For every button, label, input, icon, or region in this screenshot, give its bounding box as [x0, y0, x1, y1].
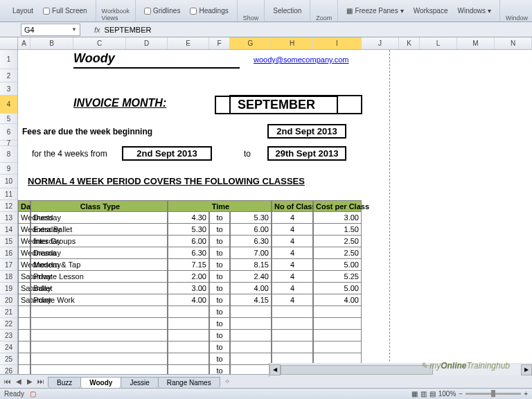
period-to-label: to — [244, 149, 251, 159]
name-box[interactable]: G4▼ — [21, 24, 80, 36]
formula-input[interactable]: SEPTEMBER — [105, 26, 152, 34]
col-header-F[interactable]: F — [209, 37, 230, 49]
row-header-11[interactable]: 11 — [0, 188, 17, 200]
view-layout-icon[interactable]: ▥ — [420, 390, 427, 398]
sheet-tab-range-names[interactable]: Range Names — [158, 377, 220, 388]
invoice-month-label: INVOICE MONTH: — [73, 97, 166, 109]
company-title: Woody — [73, 51, 240, 69]
scroll-thumb[interactable] — [281, 365, 433, 375]
table-row: WednesdayExtra Ballet5.30to6.0041.50 — [18, 224, 532, 236]
row-header-8[interactable]: 8 — [0, 146, 17, 163]
sheet-tab-jessie[interactable]: Jessie — [121, 377, 158, 388]
fullscreen-checkbox[interactable]: Full Screen — [40, 6, 90, 15]
col-header-J[interactable]: J — [362, 37, 399, 49]
class-table-header: DayClass TypeTimeNo of ClassesCost per C… — [18, 200, 532, 212]
table-row: WednesdayModern & Tap7.15to8.1545.00 — [18, 259, 532, 271]
col-header-K[interactable]: K — [399, 37, 420, 49]
email-link[interactable]: woody@somecompany.com — [254, 55, 349, 64]
col-header-A[interactable]: A — [18, 37, 30, 49]
zoom-out-button[interactable]: − — [459, 390, 463, 398]
headings-checkbox[interactable]: Headings — [187, 6, 231, 15]
col-header-D[interactable]: D — [126, 37, 168, 49]
table-header-day: Day — [18, 200, 30, 212]
gridlines-checkbox[interactable]: Gridlines — [141, 6, 183, 15]
freeze-panes-button[interactable]: ▦ Freeze Panes ▾ — [344, 6, 406, 15]
row-header-4[interactable]: 4 — [0, 96, 17, 114]
record-macro-icon[interactable]: ▢ — [30, 390, 36, 398]
table-row: SaturdayPointe Work4.00to4.1544.00 — [18, 294, 532, 306]
col-header-C[interactable]: C — [73, 37, 126, 49]
col-header-M[interactable]: M — [457, 37, 495, 49]
tab-nav-prev[interactable]: ◀ — [14, 378, 24, 385]
view-break-icon[interactable]: ▤ — [429, 390, 436, 398]
spreadsheet-grid[interactable]: ABCDEFGHIJKLMN 1234567891011121314151617… — [0, 37, 532, 375]
col-header-B[interactable]: B — [30, 37, 73, 49]
table-row: WednesdayDrama6.30to7.0042.50 — [18, 247, 532, 259]
row-header-19[interactable]: 19 — [0, 283, 17, 294]
row-header-14[interactable]: 14 — [0, 224, 17, 236]
row-header-7[interactable]: 7 — [0, 141, 17, 146]
status-text: Ready — [4, 390, 24, 398]
col-header-N[interactable]: N — [495, 37, 532, 49]
windows-button[interactable]: Windows ▾ — [454, 6, 494, 15]
col-header-H[interactable]: H — [272, 37, 313, 49]
cells-area[interactable]: Woody woody@somecompany.com INVOICE MONT… — [18, 50, 532, 375]
table-row: WednesdayDuets4.30to5.3043.00 — [18, 212, 532, 224]
table-row: SaturdayBallet3.00to4.0045.00 — [18, 283, 532, 294]
col-header-I[interactable]: I — [313, 37, 362, 49]
sheet-tab-buzz[interactable]: Buzz — [48, 377, 81, 388]
group-label-views: Workbook Views — [102, 8, 130, 21]
workspace-button[interactable]: Workspace — [411, 6, 451, 15]
select-all-corner[interactable] — [0, 37, 18, 49]
table-header-type: Class Type — [30, 200, 168, 212]
row-header-17[interactable]: 17 — [0, 259, 17, 271]
new-sheet-icon[interactable]: ✧ — [224, 378, 230, 385]
row-header-6[interactable]: 6 — [0, 124, 17, 141]
row-header-23[interactable]: 23 — [0, 330, 17, 342]
row-header-1[interactable]: 1 — [0, 50, 17, 69]
row-header-25[interactable]: 25 — [0, 353, 17, 365]
period-to-date: 29th Sept 2013 — [267, 146, 346, 161]
table-header-num: No of Classes — [272, 200, 313, 212]
view-normal-icon[interactable]: ▦ — [411, 390, 418, 398]
tab-nav-last[interactable]: ⏭ — [36, 378, 46, 385]
sheet-tab-woody[interactable]: Woody — [80, 377, 121, 388]
row-headers: 1234567891011121314151617181920212223242… — [0, 50, 18, 375]
row-header-15[interactable]: 15 — [0, 236, 17, 247]
fx-icon[interactable]: fx — [94, 26, 100, 34]
row-header-20[interactable]: 20 — [0, 294, 17, 306]
col-header-E[interactable]: E — [168, 37, 209, 49]
layout-button[interactable]: Layout — [10, 6, 36, 15]
tab-nav-next[interactable]: ▶ — [25, 378, 35, 385]
page-break-line — [389, 50, 390, 375]
fees-due-label: Fees are due the week beginning — [22, 127, 152, 136]
row-header-9[interactable]: 9 — [0, 163, 17, 175]
row-header-5[interactable]: 5 — [0, 114, 17, 124]
tab-nav-first[interactable]: ⏮ — [3, 378, 12, 385]
scroll-right-button[interactable]: ▶ — [521, 364, 532, 375]
group-label-window: Window — [506, 15, 528, 21]
column-headers: ABCDEFGHIJKLMN — [0, 37, 532, 50]
tab-nav: ⏮ ◀ ▶ ⏭ — [0, 378, 48, 385]
row-header-16[interactable]: 16 — [0, 247, 17, 259]
table-row: SaturdayPrivate Lesson2.00to2.4045.25 — [18, 271, 532, 283]
period-prefix: for the 4 weeks from — [32, 149, 107, 159]
row-header-21[interactable]: 21 — [0, 306, 17, 318]
status-bar: Ready ▢ ▦ ▥ ▤ 100% − + — [0, 388, 532, 399]
row-header-10[interactable]: 10 — [0, 175, 17, 188]
row-header-18[interactable]: 18 — [0, 271, 17, 283]
section-header: NORMAL 4 WEEK PERIOD COVERS THE FOLLOWIN… — [28, 176, 305, 186]
row-header-12[interactable]: 12 — [0, 200, 17, 212]
scroll-left-button[interactable]: ◀ — [269, 364, 281, 375]
selection-button[interactable]: Selection — [270, 6, 304, 15]
row-header-2[interactable]: 2 — [0, 69, 17, 82]
row-header-3[interactable]: 3 — [0, 82, 17, 96]
col-header-G[interactable]: G — [230, 37, 272, 49]
zoom-level[interactable]: 100% — [438, 390, 456, 398]
zoom-in-button[interactable]: + — [524, 390, 528, 398]
row-header-22[interactable]: 22 — [0, 318, 17, 330]
row-header-13[interactable]: 13 — [0, 212, 17, 224]
row-header-24[interactable]: 24 — [0, 342, 17, 353]
col-header-L[interactable]: L — [420, 37, 457, 49]
zoom-slider[interactable] — [466, 393, 521, 395]
